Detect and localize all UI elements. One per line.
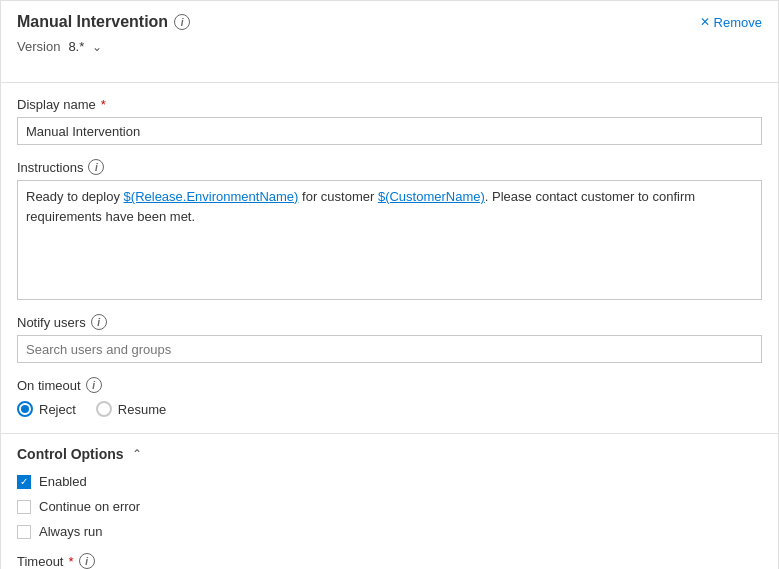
instructions-var2[interactable]: $(CustomerName)	[378, 189, 485, 204]
display-name-label: Display name *	[17, 97, 762, 112]
checkbox-continue-on-error[interactable]: Continue on error	[17, 499, 762, 514]
notify-users-section: Notify users i	[17, 314, 762, 363]
checkbox-enabled[interactable]: Enabled	[17, 474, 762, 489]
notify-users-info-icon[interactable]: i	[91, 314, 107, 330]
version-label: Version	[17, 39, 60, 54]
remove-label: Remove	[714, 15, 762, 30]
radio-reject-label: Reject	[39, 402, 76, 417]
instructions-text-before: Ready to deploy	[26, 189, 124, 204]
instructions-section: Instructions i Ready to deploy $(Release…	[17, 159, 762, 300]
main-container: Manual Intervention i ✕ Remove Version 8…	[0, 0, 779, 569]
control-options-header: Control Options ⌃	[17, 446, 762, 462]
instructions-label: Instructions i	[17, 159, 762, 175]
title-info-icon[interactable]: i	[174, 14, 190, 30]
top-divider	[1, 82, 778, 83]
version-row: Version 8.* ⌄	[17, 39, 762, 66]
version-chevron-icon[interactable]: ⌄	[92, 40, 102, 54]
on-timeout-info-icon[interactable]: i	[86, 377, 102, 393]
version-value: 8.*	[68, 39, 84, 54]
page-title: Manual Intervention	[17, 13, 168, 31]
checkbox-continue-on-error-box[interactable]	[17, 500, 31, 514]
header-left: Manual Intervention i	[17, 13, 190, 31]
radio-group: Reject Resume	[17, 401, 762, 417]
on-timeout-section: On timeout i Reject Resume	[17, 377, 762, 417]
checkbox-always-run-box[interactable]	[17, 525, 31, 539]
radio-resume-label: Resume	[118, 402, 166, 417]
control-options-chevron-icon[interactable]: ⌃	[132, 447, 142, 461]
checkbox-enabled-label: Enabled	[39, 474, 87, 489]
instructions-text-middle: for customer	[298, 189, 377, 204]
search-users-input[interactable]	[17, 335, 762, 363]
radio-reject-button[interactable]	[17, 401, 33, 417]
checkbox-always-run-label: Always run	[39, 524, 103, 539]
display-name-input[interactable]	[17, 117, 762, 145]
required-star: *	[101, 97, 106, 112]
checkbox-always-run[interactable]: Always run	[17, 524, 762, 539]
remove-button[interactable]: ✕ Remove	[700, 15, 762, 30]
x-icon: ✕	[700, 15, 710, 29]
instructions-textarea[interactable]: Ready to deploy $(Release.EnvironmentNam…	[17, 180, 762, 300]
timeout-info-icon[interactable]: i	[79, 553, 95, 569]
notify-users-label: Notify users i	[17, 314, 762, 330]
timeout-required-star: *	[68, 554, 73, 569]
instructions-var1[interactable]: $(Release.EnvironmentName)	[124, 189, 299, 204]
timeout-section: Timeout * i	[17, 553, 762, 569]
section-divider	[1, 433, 778, 434]
header: Manual Intervention i ✕ Remove	[17, 13, 762, 31]
checkbox-continue-on-error-label: Continue on error	[39, 499, 140, 514]
radio-resume[interactable]: Resume	[96, 401, 166, 417]
radio-resume-button[interactable]	[96, 401, 112, 417]
timeout-label: Timeout * i	[17, 553, 762, 569]
instructions-info-icon[interactable]: i	[88, 159, 104, 175]
checkbox-enabled-box[interactable]	[17, 475, 31, 489]
radio-reject[interactable]: Reject	[17, 401, 76, 417]
control-options-title: Control Options	[17, 446, 124, 462]
display-name-section: Display name *	[17, 97, 762, 145]
on-timeout-label: On timeout i	[17, 377, 762, 393]
control-options-section: Control Options ⌃ Enabled Continue on er…	[17, 446, 762, 569]
